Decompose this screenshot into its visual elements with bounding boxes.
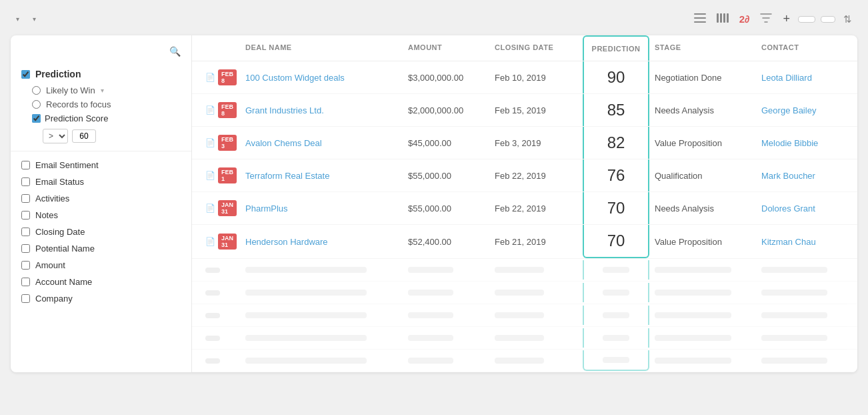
contact-link[interactable]: Mark Boucher bbox=[761, 171, 815, 181]
table-row[interactable]: 📄 FEB 8 100 Custom Widget deals $3,000,0… bbox=[192, 61, 857, 94]
amount-cell: $3,000,000.00 bbox=[403, 66, 489, 89]
contact-cell[interactable]: Mark Boucher bbox=[756, 164, 849, 187]
stage-cell: Qualification bbox=[649, 164, 756, 187]
ghost-row bbox=[192, 304, 857, 327]
row-icon-cell: 📄 FEB 1 bbox=[200, 161, 240, 190]
email-sentiment-label[interactable]: Email Sentiment bbox=[35, 160, 99, 170]
contact-cell[interactable]: Leota Dilliard bbox=[756, 66, 849, 89]
activities-label[interactable]: Activities bbox=[35, 193, 69, 203]
ghost-closing bbox=[489, 282, 583, 304]
contact-cell[interactable]: Dolores Grant bbox=[756, 197, 849, 220]
contact-link[interactable]: Leota Dilliard bbox=[761, 73, 812, 83]
likely-to-win-label[interactable]: Likely to Win bbox=[46, 85, 95, 95]
filter-closing-date[interactable]: Closing Date bbox=[11, 224, 191, 240]
ghost-prediction bbox=[583, 306, 649, 325]
ai-icon[interactable]: 2∂ bbox=[737, 12, 753, 26]
deal-name-cell[interactable]: Henderson Hardware bbox=[240, 230, 403, 254]
list-view-icon[interactable] bbox=[691, 12, 709, 27]
table-row[interactable]: 📄 JAN 31 PharmPlus $55,000.00 Feb 22, 20… bbox=[192, 192, 857, 225]
records-to-focus-label[interactable]: Records to focus bbox=[46, 99, 111, 109]
deal-name-link[interactable]: Henderson Hardware bbox=[245, 237, 328, 247]
closing-date-label[interactable]: Closing Date bbox=[35, 227, 85, 237]
table-row[interactable]: 📄 FEB 3 Avalon Chems Deal $45,000.00 Feb… bbox=[192, 127, 857, 159]
contact-cell[interactable]: Kitzman Chau bbox=[756, 230, 849, 254]
prediction-checkbox[interactable] bbox=[21, 70, 30, 79]
deal-name-link[interactable]: Grant Industries Ltd. bbox=[245, 105, 324, 115]
filter-likely-to-win[interactable]: Likely to Win ▾ bbox=[11, 83, 191, 97]
table-row[interactable]: 📄 FEB 8 Grant Industries Ltd. $2,000,000… bbox=[192, 94, 857, 127]
email-status-checkbox[interactable] bbox=[21, 177, 30, 186]
notes-checkbox[interactable] bbox=[21, 211, 30, 220]
deal-name-cell[interactable]: Grant Industries Ltd. bbox=[240, 99, 403, 122]
company-label[interactable]: Company bbox=[35, 294, 73, 304]
closing-date-checkbox[interactable] bbox=[21, 228, 30, 236]
potential-name-label[interactable]: Potential Name bbox=[35, 244, 95, 254]
doc-icon: 📄 bbox=[205, 171, 215, 180]
account-name-label[interactable]: Account Name bbox=[35, 277, 92, 287]
filter-prediction-main[interactable]: Prediction bbox=[11, 65, 191, 83]
doc-icon: 📄 bbox=[205, 237, 215, 246]
table-row[interactable]: 📄 JAN 31 Henderson Hardware $52,400.00 F… bbox=[192, 225, 857, 259]
closing-date-cell: Feb 22, 2019 bbox=[489, 197, 583, 220]
ghost-closing bbox=[489, 327, 583, 349]
date-tag: FEB 8 bbox=[218, 69, 237, 85]
ghost-icon bbox=[200, 282, 240, 304]
deal-name-cell[interactable]: 100 Custom Widget deals bbox=[240, 66, 403, 89]
filter-prediction-score[interactable]: Prediction Score bbox=[11, 111, 191, 125]
add-icon[interactable]: + bbox=[780, 11, 793, 27]
sidebar-search-icon[interactable]: 🔍 bbox=[169, 46, 181, 57]
ghost-amount bbox=[403, 259, 489, 281]
records-to-focus-radio[interactable] bbox=[32, 100, 41, 109]
deal-name-link[interactable]: 100 Custom Widget deals bbox=[245, 73, 345, 83]
score-operator-select[interactable]: > < = bbox=[43, 129, 68, 143]
prediction-score-checkbox[interactable] bbox=[32, 114, 41, 123]
stage-cell: Value Proposition bbox=[649, 131, 756, 155]
col-contact: CONTACT bbox=[756, 35, 849, 61]
contact-link[interactable]: Melodie Bibbie bbox=[761, 138, 818, 148]
import-button[interactable] bbox=[798, 16, 815, 23]
filter-potential-name[interactable]: Potential Name bbox=[11, 240, 191, 257]
email-status-label[interactable]: Email Status bbox=[35, 177, 84, 187]
filter-account-name[interactable]: Account Name bbox=[11, 274, 191, 290]
contact-link[interactable]: Kitzman Chau bbox=[761, 237, 816, 247]
score-value-input[interactable] bbox=[72, 129, 96, 143]
filter-notes[interactable]: Notes bbox=[11, 207, 191, 224]
more-button[interactable] bbox=[821, 16, 835, 23]
deal-name-cell[interactable]: Avalon Chems Deal bbox=[240, 131, 403, 155]
table-body: 📄 FEB 8 100 Custom Widget deals $3,000,0… bbox=[192, 61, 857, 372]
prediction-label[interactable]: Prediction bbox=[35, 69, 81, 79]
amount-checkbox[interactable] bbox=[21, 261, 30, 270]
deal-name-link[interactable]: Terraform Real Estate bbox=[245, 171, 329, 181]
filter-email-status[interactable]: Email Status bbox=[11, 173, 191, 190]
filter-email-sentiment[interactable]: Email Sentiment bbox=[11, 157, 191, 173]
deal-name-cell[interactable]: PharmPlus bbox=[240, 197, 403, 220]
likely-to-win-radio[interactable] bbox=[32, 86, 41, 95]
deal-name-cell[interactable]: Terraform Real Estate bbox=[240, 164, 403, 187]
filter-records-to-focus[interactable]: Records to focus bbox=[11, 97, 191, 111]
prediction-score-label[interactable]: Prediction Score bbox=[45, 113, 108, 123]
activities-checkbox[interactable] bbox=[21, 194, 30, 203]
account-name-checkbox[interactable] bbox=[21, 278, 30, 286]
filter-amount[interactable]: Amount bbox=[11, 257, 191, 274]
contact-link[interactable]: Dolores Grant bbox=[761, 203, 815, 214]
amount-label[interactable]: Amount bbox=[35, 260, 65, 270]
contact-link[interactable]: George Bailey bbox=[761, 105, 816, 115]
contact-cell[interactable]: Melodie Bibbie bbox=[756, 131, 849, 155]
columns-view-icon[interactable] bbox=[714, 12, 731, 27]
sort-icon[interactable]: ⇅ bbox=[841, 12, 855, 27]
potential-name-checkbox[interactable] bbox=[21, 244, 30, 253]
deals-dropdown[interactable]: ▾ bbox=[30, 15, 36, 23]
deal-name-link[interactable]: Avalon Chems Deal bbox=[245, 138, 322, 148]
contact-cell[interactable]: George Bailey bbox=[756, 99, 849, 122]
ghost-prediction bbox=[583, 283, 649, 302]
col-closing-date: CLOSING DATE bbox=[489, 35, 583, 61]
territories-dropdown[interactable]: ▾ bbox=[13, 15, 19, 23]
company-checkbox[interactable] bbox=[21, 294, 30, 303]
deal-name-link[interactable]: PharmPlus bbox=[245, 203, 288, 214]
filter-activities[interactable]: Activities bbox=[11, 190, 191, 207]
email-sentiment-checkbox[interactable] bbox=[21, 161, 30, 169]
table-row[interactable]: 📄 FEB 1 Terraform Real Estate $55,000.00… bbox=[192, 159, 857, 192]
notes-label[interactable]: Notes bbox=[35, 210, 58, 220]
filter-icon[interactable] bbox=[757, 12, 775, 27]
filter-company[interactable]: Company bbox=[11, 290, 191, 307]
